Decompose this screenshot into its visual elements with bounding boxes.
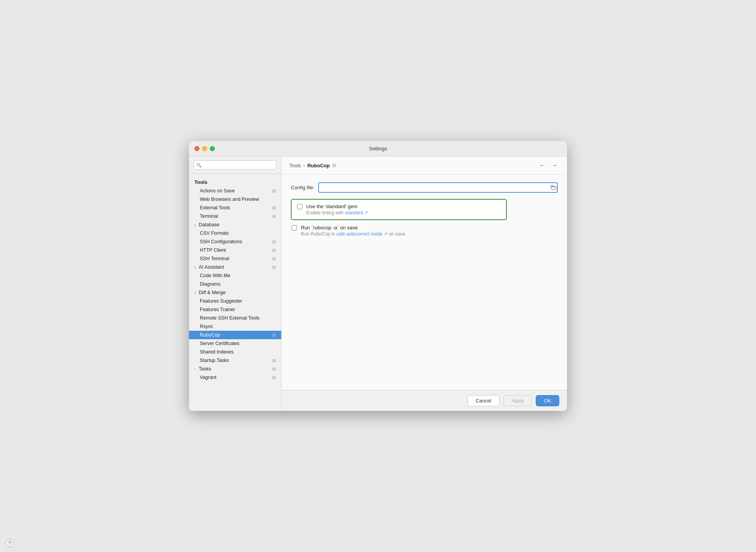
expand-icon: › bbox=[194, 291, 196, 295]
sidebar-item-remote-ssh[interactable]: Remote SSH External Tools bbox=[189, 314, 281, 322]
config-file-label: Config file: bbox=[291, 185, 314, 190]
nav-buttons: ← → bbox=[538, 161, 559, 170]
sidebar-item-label: AI Assistant bbox=[199, 264, 224, 270]
option-rubocop-save-title: Run `rubocop -a` on save bbox=[301, 225, 407, 231]
sidebar-item-features-suggester[interactable]: Features Suggester bbox=[189, 297, 281, 305]
item-label-row: › Diff & Merge bbox=[194, 290, 226, 295]
sidebar-item-label: Features Suggester bbox=[200, 298, 242, 304]
sidebar-item-label: Tasks bbox=[199, 366, 211, 372]
forward-button[interactable]: → bbox=[550, 161, 559, 170]
subtitle-prefix: Enable linting with bbox=[306, 210, 345, 215]
config-file-row: Config file: bbox=[291, 182, 558, 193]
back-button[interactable]: ← bbox=[538, 161, 547, 170]
sidebar-item-vagrant[interactable]: Vagrant ⊟ bbox=[189, 373, 281, 382]
config-file-input[interactable] bbox=[318, 182, 558, 193]
option-standard-gem-checkbox[interactable] bbox=[297, 204, 302, 209]
apply-button[interactable]: Apply bbox=[503, 395, 532, 406]
breadcrumb-separator: › bbox=[303, 163, 305, 168]
sidebar-item-shared-indexes[interactable]: Shared Indexes bbox=[189, 348, 281, 356]
traffic-lights bbox=[194, 146, 215, 151]
option-rubocop-save-checkbox[interactable] bbox=[292, 225, 297, 231]
sidebar-item-ssh-configurations[interactable]: SSH Configurations ⊟ bbox=[189, 237, 281, 246]
sidebar-item-label: Vagrant bbox=[200, 375, 216, 380]
sidebar-item-http-client[interactable]: HTTP Client ⊟ bbox=[189, 246, 281, 254]
sidebar-item-diagrams[interactable]: Diagrams bbox=[189, 280, 281, 288]
option-standard-gem-card: Use the 'standard' gem Enable linting wi… bbox=[291, 199, 507, 220]
sidebar: 🔍 Tools Actions on Save ⊟ Web Browsers a… bbox=[189, 157, 282, 411]
sidebar-item-web-browsers[interactable]: Web Browsers and Preview bbox=[189, 195, 281, 204]
cancel-button[interactable]: Cancel bbox=[467, 395, 499, 406]
option-rubocop-save-text: Run `rubocop -a` on save Run RuboCop in … bbox=[301, 225, 407, 237]
pin-icon: ⊟ bbox=[272, 333, 276, 338]
pin-icon: ⊟ bbox=[272, 256, 276, 261]
sidebar-item-label: Database bbox=[199, 222, 219, 227]
content-area: Tools › RuboCop ⊟ ← → Config file: bbox=[282, 157, 567, 411]
search-wrapper: 🔍 bbox=[194, 160, 277, 170]
sidebar-scroll: Tools Actions on Save ⊟ Web Browsers and… bbox=[189, 174, 281, 411]
sidebar-item-label: Shared Indexes bbox=[200, 349, 234, 355]
sidebar-item-database[interactable]: › Database bbox=[189, 220, 281, 229]
sidebar-item-ssh-terminal[interactable]: SSH Terminal ⊟ bbox=[189, 254, 281, 263]
sidebar-item-label: Features Trainer bbox=[200, 307, 235, 312]
pin-icon: ⊟ bbox=[272, 367, 276, 372]
breadcrumb-pin-icon: ⊟ bbox=[332, 163, 336, 168]
sidebar-item-label: Server Certificates bbox=[200, 341, 240, 346]
option-rubocop-save-row: Run `rubocop -a` on save Run RuboCop in … bbox=[292, 225, 558, 237]
sidebar-item-label: External Tools bbox=[200, 205, 230, 210]
sidebar-item-ai-assistant[interactable]: › AI Assistant ⊟ bbox=[189, 263, 281, 271]
sidebar-item-label: Remote SSH External Tools bbox=[200, 315, 260, 321]
expand-icon: › bbox=[194, 265, 196, 269]
close-button[interactable] bbox=[194, 146, 199, 151]
sidebar-item-label: RuboCop bbox=[200, 332, 220, 338]
sidebar-item-diff-merge[interactable]: › Diff & Merge bbox=[189, 288, 281, 297]
sidebar-item-label: Web Browsers and Preview bbox=[200, 197, 259, 202]
option-standard-gem-subtitle: Enable linting with standard ↗. bbox=[306, 210, 369, 215]
item-label-row: › AI Assistant bbox=[194, 264, 224, 270]
sidebar-item-features-trainer[interactable]: Features Trainer bbox=[189, 305, 281, 314]
main-content: 🔍 Tools Actions on Save ⊟ Web Browsers a… bbox=[189, 157, 567, 411]
sidebar-item-label: SSH Configurations bbox=[200, 239, 242, 244]
sidebar-item-server-certificates[interactable]: Server Certificates bbox=[189, 339, 281, 348]
minimize-button[interactable] bbox=[202, 146, 207, 151]
search-icon: 🔍 bbox=[196, 163, 202, 168]
pin-icon: ⊟ bbox=[272, 188, 276, 194]
sidebar-item-csv-formats[interactable]: CSV Formats bbox=[189, 229, 281, 237]
sidebar-item-label: Terminal bbox=[200, 214, 218, 219]
ok-button[interactable]: OK bbox=[536, 395, 559, 406]
standard-link[interactable]: standard ↗ bbox=[345, 210, 368, 215]
breadcrumb-parent: Tools bbox=[289, 163, 301, 168]
breadcrumb: Tools › RuboCop ⊟ bbox=[289, 163, 336, 168]
option-standard-gem-title: Use the 'standard' gem bbox=[306, 204, 369, 209]
sidebar-item-external-tools[interactable]: External Tools ⊟ bbox=[189, 204, 281, 212]
safe-autocorrect-link[interactable]: safe autocorrect mode ↗ bbox=[336, 231, 388, 237]
sidebar-item-actions-on-save[interactable]: Actions on Save ⊟ bbox=[189, 187, 281, 195]
svg-rect-1 bbox=[551, 185, 553, 186]
sidebar-item-startup-tasks[interactable]: Startup Tasks ⊟ bbox=[189, 356, 281, 365]
sidebar-item-rubocop[interactable]: RuboCop ⊟ bbox=[189, 331, 281, 339]
settings-window: Settings 🔍 Tools Actions on Save ⊟ Web bbox=[189, 141, 567, 411]
sidebar-item-tasks[interactable]: › Tasks ⊟ bbox=[189, 365, 281, 373]
pin-icon: ⊟ bbox=[272, 239, 276, 244]
sidebar-item-label: Rsync bbox=[200, 324, 213, 329]
window-title: Settings bbox=[369, 146, 387, 151]
subtitle-suffix: . bbox=[368, 210, 369, 215]
pin-icon: ⊟ bbox=[272, 214, 276, 219]
sidebar-item-rsync[interactable]: Rsync bbox=[189, 322, 281, 331]
search-input[interactable] bbox=[194, 160, 277, 170]
pin-icon: ⊟ bbox=[272, 265, 276, 270]
pin-icon: ⊟ bbox=[272, 205, 276, 210]
sidebar-item-code-with-me[interactable]: Code With Me bbox=[189, 271, 281, 280]
pin-icon: ⊟ bbox=[272, 375, 276, 380]
pin-icon: ⊟ bbox=[272, 358, 276, 363]
sidebar-item-label: Startup Tasks bbox=[200, 358, 229, 363]
option-standard-gem-text: Use the 'standard' gem Enable linting wi… bbox=[306, 204, 369, 215]
folder-browse-button[interactable] bbox=[551, 185, 556, 191]
maximize-button[interactable] bbox=[210, 146, 215, 151]
sidebar-item-label: Diff & Merge bbox=[199, 290, 225, 295]
sidebar-section-header: Tools bbox=[189, 178, 281, 187]
content-body: Config file: bbox=[282, 175, 567, 390]
sidebar-item-terminal[interactable]: Terminal ⊟ bbox=[189, 212, 281, 220]
sidebar-item-label: SSH Terminal bbox=[200, 256, 229, 261]
sidebar-item-label: Actions on Save bbox=[200, 188, 235, 194]
search-container: 🔍 bbox=[189, 157, 281, 174]
